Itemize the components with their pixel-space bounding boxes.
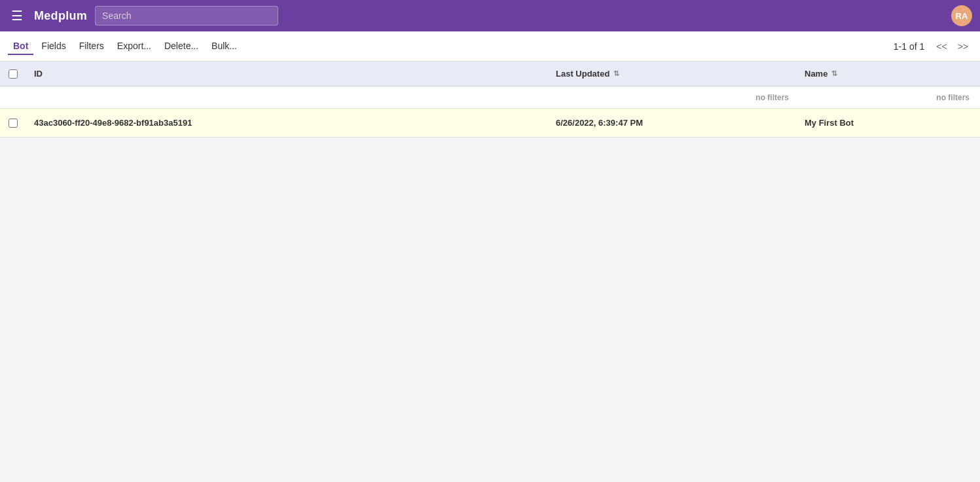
fields-button[interactable]: Fields: [36, 38, 71, 55]
table-header-row: ID Last Updated ⇅ Name ⇅: [0, 62, 980, 86]
cell-id: 43ac3060-ff20-49e8-9682-bf91ab3a5191: [26, 118, 548, 128]
avatar[interactable]: RA: [951, 5, 972, 26]
sort-name-icon[interactable]: ⇅: [831, 69, 837, 78]
data-table: ID Last Updated ⇅ Name ⇅ no filters no f…: [0, 62, 980, 138]
toolbar: Bot Fields Filters Export... Delete... B…: [0, 31, 980, 62]
filter-last-updated-cell: no filters: [548, 93, 797, 102]
pagination-info: 1-1 of 1: [894, 41, 924, 52]
filters-button[interactable]: Filters: [74, 38, 109, 55]
filter-name-cell: no filters: [797, 93, 980, 102]
bulk-button[interactable]: Bulk...: [206, 38, 242, 55]
cell-name: My First Bot: [797, 118, 980, 128]
menu-icon[interactable]: ☰: [8, 8, 26, 24]
table-row[interactable]: 43ac3060-ff20-49e8-9682-bf91ab3a5191 6/2…: [0, 109, 980, 138]
column-header-name[interactable]: Name ⇅: [797, 69, 980, 79]
row-checkbox-cell[interactable]: [0, 119, 26, 128]
cell-last-updated: 6/26/2022, 6:39:47 PM: [548, 118, 797, 128]
brand-logo: Medplum: [34, 9, 87, 23]
filter-row: no filters no filters: [0, 86, 980, 109]
delete-button[interactable]: Delete...: [159, 38, 204, 55]
select-all-checkbox[interactable]: [9, 69, 18, 79]
search-input[interactable]: [95, 6, 278, 26]
column-header-last-updated[interactable]: Last Updated ⇅: [548, 69, 797, 79]
header-checkbox-cell[interactable]: [0, 69, 26, 79]
export-button[interactable]: Export...: [112, 38, 156, 55]
pagination-prev-prev[interactable]: <<: [932, 40, 951, 53]
pagination-next-next[interactable]: >>: [954, 40, 972, 53]
navbar: ☰ Medplum RA: [0, 0, 980, 31]
row-checkbox[interactable]: [9, 119, 18, 128]
tab-bot[interactable]: Bot: [8, 38, 33, 55]
column-header-id: ID: [26, 69, 548, 79]
sort-last-updated-icon[interactable]: ⇅: [613, 69, 619, 78]
